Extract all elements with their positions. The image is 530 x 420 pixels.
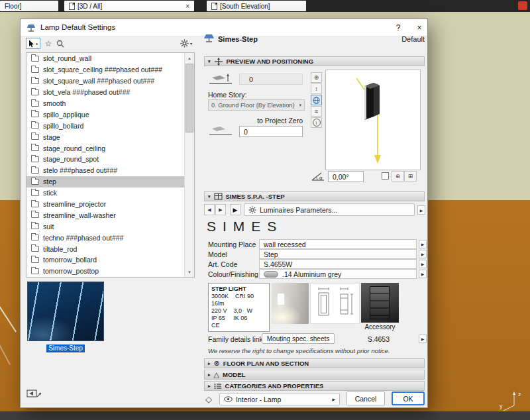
height-value: 0 [249, 76, 253, 83]
tree-item[interactable]: slot_vela ###phased out### [26, 87, 184, 98]
tree-item[interactable]: spillo_applique [26, 109, 184, 120]
info-button[interactable]: i [311, 117, 322, 128]
object-3d-preview[interactable] [325, 70, 421, 170]
folder-icon [31, 145, 39, 151]
arrow-tool-button[interactable]: ▸ [26, 38, 40, 49]
scrollbar-thumb[interactable] [186, 64, 193, 132]
tree-item[interactable]: tiltable_rod [26, 243, 184, 254]
tree-scrollbar[interactable]: ▲ ▼ [184, 53, 194, 277]
thumbnail-label-row: Simes-Step [27, 344, 104, 352]
app-red-icon[interactable] [518, 1, 527, 10]
tab-south-elevation[interactable]: [South Elevation] [207, 1, 306, 11]
help-button[interactable]: ? [390, 21, 406, 34]
rotation-angle-icon: α [311, 171, 327, 182]
screen: z y Floor] [3D / All] × [South Elevation… [0, 0, 530, 420]
dialog-title-bar[interactable]: Lamp Default Settings ? × [21, 19, 427, 36]
tree-item[interactable]: techno ###phased out### [26, 232, 184, 243]
default-transfer-icon[interactable] [26, 388, 43, 401]
product-spec-box: STEP LIGHT 3000K CRI 90 16lm 220 V 3,0 W… [208, 283, 270, 332]
tree-item[interactable]: slot_round_wall [26, 53, 184, 64]
parameters-page-dropdown[interactable]: Luminaires Parameters... [244, 203, 415, 216]
anchor-corner-button[interactable]: ⊞ [404, 171, 417, 182]
tree-item[interactable]: stage [26, 131, 184, 142]
tab-floor[interactable]: Floor] [0, 1, 58, 11]
section-simes-step[interactable]: ▾ SIMES S.P.A. -STEP [204, 191, 425, 201]
art-code-select[interactable]: S.4655W [259, 259, 417, 269]
tree-item[interactable]: stelo ###phased out### [26, 165, 184, 176]
tree-item[interactable]: slot_square_wall ###phased out### [26, 76, 184, 87]
document-icon [211, 3, 217, 10]
to-project-zero-field[interactable]: 0 [239, 126, 303, 137]
mounting-spec-sheets-button[interactable]: Mouting spec. sheets [262, 333, 335, 344]
folder-icon [31, 223, 39, 229]
gravity-button[interactable]: ↕ [311, 83, 322, 94]
tab-3d-all-label: [3D / All] [78, 3, 102, 10]
mounting-place-select[interactable]: wall recessed [259, 239, 417, 249]
prev-page-button[interactable]: ◀ [204, 204, 215, 215]
tree-item[interactable]: tomorrow_bollard [26, 254, 184, 266]
art-code-expand-button[interactable]: ▶ [419, 260, 427, 268]
search-input[interactable] [67, 39, 177, 48]
scroll-down-icon[interactable]: ▼ [185, 267, 194, 277]
colour-finishing-select[interactable]: .14 Aluminium grey [259, 269, 417, 279]
run-button[interactable]: ▶ [230, 204, 240, 215]
mounting-place-value: wall recessed [264, 240, 306, 248]
elevation-icon [208, 125, 235, 137]
lamp-dialog-icon [26, 23, 36, 32]
section-categories-properties[interactable]: ▸ CATEGORIES AND PROPERTIES [204, 381, 425, 391]
model-select[interactable]: Step [259, 249, 417, 259]
section-floor-plan[interactable]: ▸ ⊗ FLOOR PLAN AND SECTION [204, 358, 425, 368]
default-state-label: Default [378, 35, 425, 43]
3d-view-button[interactable] [311, 95, 322, 105]
accessory-code-expand-button[interactable]: ▶ [419, 335, 427, 343]
mounting-place-expand-button[interactable]: ▶ [419, 240, 427, 248]
layer-value: Interior - Lamp [236, 395, 281, 403]
model-expand-button[interactable]: ▶ [419, 250, 427, 258]
preview-list-button[interactable]: ≡ [311, 106, 322, 117]
ok-button[interactable]: OK [392, 392, 425, 405]
section-preview-positioning[interactable]: ▾ PREVIEW AND POSITIONING [204, 56, 425, 66]
tab-floor-label: Floor] [5, 3, 22, 10]
to-project-zero-value: 0 [244, 128, 248, 136]
tree-item-label: tomorrow_posttop [43, 267, 99, 275]
tree-item[interactable]: slot_square_ceiling ###phased out### [26, 64, 184, 76]
height-field[interactable]: 0 [239, 74, 303, 85]
rotation-angle-field[interactable]: 0,00° [328, 171, 364, 182]
thumbnail-label[interactable]: Simes-Step [46, 344, 85, 352]
insertion-point-button[interactable]: ⊕ [311, 72, 322, 83]
cancel-button[interactable]: Cancel [346, 392, 385, 405]
parameters-expand-button[interactable]: ▶ [417, 205, 425, 215]
object-name: Simes-Step [218, 35, 258, 43]
favorites-button[interactable]: ☆ [42, 38, 54, 49]
mirror-checkbox[interactable] [382, 172, 389, 180]
object-preview-thumbnail[interactable] [27, 282, 104, 341]
layer-dropdown[interactable]: Interior - Lamp ▶ [219, 393, 340, 405]
anchor-toggle-group: ⊕ ⊞ [392, 171, 417, 182]
tree-item[interactable]: streamline_projector [26, 199, 184, 210]
section-model[interactable]: ▸ △ MODEL [204, 370, 425, 380]
dialog-title: Lamp Default Settings [40, 23, 115, 31]
home-story-select[interactable]: 0. Ground Floor (By Elevation) ▾ [208, 99, 305, 111]
tree-item-label: streamline_wall-washer [43, 211, 116, 219]
anchor-center-button[interactable]: ⊕ [392, 171, 404, 182]
tree-item[interactable]: suit [26, 221, 184, 232]
tree-item[interactable]: stick [26, 187, 184, 199]
tree-item[interactable]: tomorrow_posttop [26, 266, 184, 277]
next-page-button[interactable]: ▶ [215, 204, 226, 215]
tree-item-selected[interactable]: step [26, 176, 184, 187]
scroll-up-icon[interactable]: ▲ [185, 53, 194, 63]
wall-lamp-fixture [278, 293, 284, 305]
tab-3d-all[interactable]: [3D / All] × [64, 1, 194, 11]
colour-finishing-expand-button[interactable]: ▶ [419, 270, 427, 278]
close-button[interactable]: × [411, 21, 427, 34]
tree-item[interactable]: streamline_wall-washer [26, 209, 184, 221]
tree-item[interactable]: spillo_bollard [26, 120, 184, 131]
tree-item[interactable]: smooth [26, 98, 184, 109]
tree-item[interactable]: stage_round_ceiling [26, 142, 184, 154]
tree-item[interactable]: stage_round_spot [26, 154, 184, 165]
levels-icon: ≡ [315, 108, 318, 115]
settings-menu-button[interactable]: ▾ [178, 38, 194, 49]
tab-close-icon[interactable]: × [186, 3, 189, 10]
tree-item-label: step [43, 178, 56, 185]
search-icon [56, 40, 64, 48]
